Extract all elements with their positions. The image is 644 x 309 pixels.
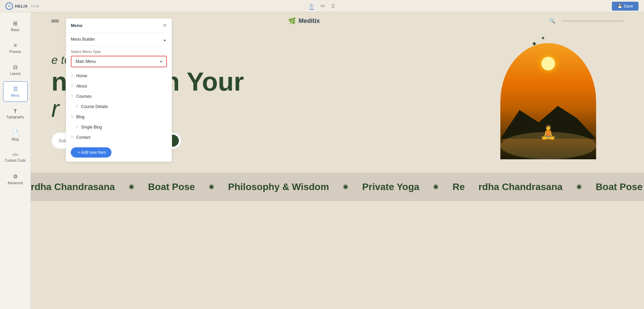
menu-item-course-details[interactable]: ⠿ Course Details — [66, 102, 172, 112]
hamburger-menu-icon[interactable] — [51, 20, 59, 22]
menu-panel-title: Menu — [71, 23, 82, 28]
mist-decoration — [500, 132, 596, 159]
select-menu-type-container: Select Menu Type Main Menu Secondary Men… — [66, 46, 172, 69]
helix-logo: H HELIX 2.0.18 — [5, 2, 39, 10]
canvas-area: Menu ✕ Menu Builder ⌄ Select Menu Type M… — [31, 12, 644, 309]
presets-icon: ≡ — [14, 42, 17, 49]
sidebar-item-menu[interactable]: ☰ Menu — [3, 81, 28, 102]
drag-handle-icon: ⠿ — [71, 94, 74, 99]
blog-icon: 📄 — [12, 130, 19, 136]
drag-handle-icon: ⠿ — [76, 105, 78, 109]
sidebar-item-advanced[interactable]: ⚙ Advanced — [3, 169, 28, 189]
menu-select-wrapper: Main Menu Secondary Menu Footer Menu ▼ — [71, 56, 167, 67]
add-new-item-button[interactable]: + Add new Item — [71, 147, 111, 158]
top-bar: H HELIX 2.0.18 ◴ ▭ ▯ 💾 Save — [0, 0, 644, 12]
ticker-content: rdha Chandrasana ✺ Boat Pose ✺ Philosoph… — [31, 182, 644, 192]
ticker-item-2-dup: Boat Pose — [596, 182, 643, 192]
menu-item-label-home: Home — [76, 73, 167, 78]
sidebar-item-typography[interactable]: T Typography — [3, 103, 28, 124]
menu-item-label-courses: Courses — [76, 94, 167, 99]
site-logo: 🌿 Meditix — [288, 17, 320, 25]
ticker-item-1: rdha Chandrasana — [31, 182, 115, 192]
typography-icon: T — [14, 108, 17, 114]
basic-icon: ⊞ — [13, 20, 17, 27]
ticker-star-2: ✺ — [209, 183, 214, 191]
menu-item-label-blog: Blog — [76, 115, 167, 119]
menu-item-label-course-details: Course Details — [81, 104, 167, 109]
save-icon: 💾 — [617, 4, 622, 9]
sun-decoration — [541, 57, 555, 70]
drag-handle-icon: ⠿ — [71, 74, 74, 78]
menu-item-label-single-blog: Single Blog — [81, 125, 167, 130]
sidebar-label-typography: Typography — [6, 115, 24, 119]
sidebar-label-advanced: Advanced — [8, 181, 23, 185]
tablet-icon[interactable]: ▭ — [320, 3, 325, 10]
ticker-item-5: Re — [452, 182, 465, 192]
desktop-icon[interactable]: ◴ — [310, 3, 314, 10]
add-item-label: + Add new Item — [78, 150, 106, 155]
sidebar-item-layout[interactable]: ⊟ Layout — [3, 59, 28, 80]
sidebar-item-basic[interactable]: ⊞ Basic — [3, 16, 28, 36]
ticker-star-3: ✺ — [343, 183, 349, 191]
ticker-star-1: ✺ — [129, 183, 134, 191]
drag-handle-icon: ⠿ — [71, 135, 74, 140]
helix-version: 2.0.18 — [30, 4, 39, 8]
drag-handle-icon: ⠿ — [71, 115, 74, 119]
save-label: Save — [624, 4, 633, 9]
helix-logo-text: HELIX — [15, 4, 28, 8]
menu-item-home[interactable]: ⠿ Home — [66, 71, 172, 81]
hamburger-line — [51, 20, 59, 21]
logo-leaf-icon: 🌿 — [288, 17, 296, 25]
ticker-item-3: Philosophy & Wisdom — [228, 182, 329, 192]
mobile-icon[interactable]: ▯ — [332, 3, 334, 10]
ticker-star-4: ✺ — [433, 183, 439, 191]
sidebar-label-menu: Menu — [11, 94, 19, 97]
menu-type-select[interactable]: Main Menu Secondary Menu Footer Menu — [71, 56, 166, 67]
ticker-section: rdha Chandrasana ✺ Boat Pose ✺ Philosoph… — [31, 173, 644, 201]
menu-panel-close-button[interactable]: ✕ — [163, 23, 167, 28]
search-icon[interactable]: 🔍 — [549, 18, 623, 24]
ticker-item-2: Boat Pose — [148, 182, 195, 192]
menu-icon: ☰ — [13, 86, 18, 92]
drag-handle-icon: ⠿ — [76, 125, 78, 130]
helix-logo-icon: H — [5, 2, 13, 10]
menu-builder-chevron-icon: ⌄ — [162, 36, 167, 42]
sidebar-item-presets[interactable]: ≡ Presets — [3, 38, 28, 58]
left-sidebar: ⊞ Basic ≡ Presets ⊟ Layout ☰ Menu T Typo… — [0, 12, 31, 309]
menu-panel-header: Menu ✕ — [66, 18, 172, 32]
sidebar-label-presets: Presets — [10, 50, 21, 54]
menu-panel: Menu ✕ Menu Builder ⌄ Select Menu Type M… — [66, 18, 172, 162]
hero-image: 🧘 — [500, 43, 596, 159]
save-button[interactable]: 💾 Save — [612, 2, 639, 11]
main-layout: ⊞ Basic ≡ Presets ⊟ Layout ☰ Menu T Typo… — [0, 12, 644, 309]
hamburger-line — [51, 22, 59, 22]
layout-icon: ⊟ — [13, 64, 17, 70]
sidebar-label-custom-code: Custom Code — [5, 159, 26, 162]
menu-item-label-contact: Contact — [76, 135, 167, 140]
menu-item-about[interactable]: ⠿ About — [66, 81, 172, 91]
sidebar-label-basic: Basic — [11, 28, 19, 32]
menu-item-label-about: About — [76, 84, 167, 89]
menu-item-single-blog[interactable]: ⠿ Single Blog — [66, 122, 172, 132]
menu-item-courses[interactable]: ⠿ Courses — [66, 91, 172, 102]
menu-items-list: ⠿ Home ⠿ About ⠿ Courses ⠿ Course Detail… — [66, 69, 172, 144]
top-bar-center: ◴ ▭ ▯ — [310, 3, 334, 10]
advanced-icon: ⚙ — [13, 173, 18, 180]
menu-item-contact[interactable]: ⠿ Contact — [66, 132, 172, 143]
sidebar-item-custom-code[interactable]: </> Custom Code — [3, 147, 28, 167]
sidebar-label-layout: Layout — [10, 72, 20, 76]
sparkle-icon-small: ✦ — [541, 35, 545, 41]
logo-text: Meditix — [299, 17, 320, 25]
ticker-item-4: Private Yoga — [362, 182, 419, 192]
top-bar-left: H HELIX 2.0.18 — [5, 2, 39, 10]
menu-builder-row[interactable]: Menu Builder ⌄ — [66, 32, 172, 46]
device-icons: ◴ ▭ ▯ — [310, 3, 334, 10]
select-menu-type-label: Select Menu Type — [71, 50, 167, 54]
ticker-star-5: ✺ — [576, 183, 582, 191]
ticker-item-1-dup: rdha Chandrasana — [478, 182, 563, 192]
menu-builder-label: Menu Builder — [71, 37, 95, 42]
menu-item-blog[interactable]: ⠿ Blog — [66, 112, 172, 122]
sidebar-label-blog: Blog — [12, 137, 18, 141]
code-icon: </> — [12, 152, 18, 157]
sidebar-item-blog[interactable]: 📄 Blog — [3, 125, 28, 146]
